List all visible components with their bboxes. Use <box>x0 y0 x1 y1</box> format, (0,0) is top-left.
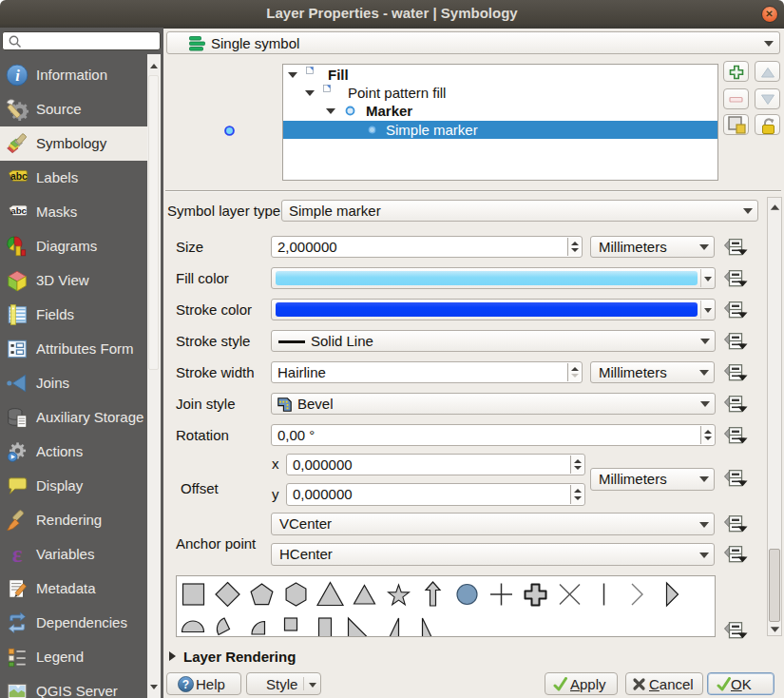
svg-text:abc: abc <box>10 204 27 215</box>
svg-text:?: ? <box>182 678 189 691</box>
svg-text:abc: abc <box>10 170 28 181</box>
svg-text:ε: ε <box>12 543 23 566</box>
svg-text:i: i <box>15 67 20 85</box>
